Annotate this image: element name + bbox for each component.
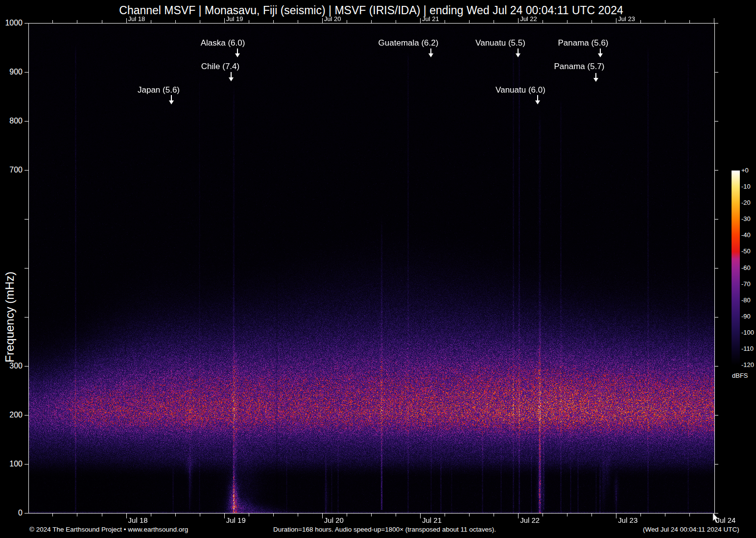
colorbar-tick-label: -20: [741, 199, 751, 206]
x-day-label-bottom: Jul 23: [618, 516, 638, 524]
y-tick: [24, 513, 28, 514]
x-tick-bottom: [591, 514, 592, 516]
x-day-label-top: Jul 22: [520, 15, 537, 23]
y-tick: [24, 317, 28, 318]
x-tick-top: [591, 20, 592, 23]
x-tick-bottom: [469, 514, 470, 516]
colorbar-tick-label: -10: [741, 183, 751, 190]
x-tick-top: [616, 18, 616, 23]
colorbar-gradient: [732, 171, 740, 365]
x-day-label-bottom: Jul 18: [128, 516, 148, 524]
x-tick-top: [126, 18, 127, 23]
event-annotation: Panama (5.6): [558, 38, 609, 48]
footer-duration: Duration=168 hours. Audio speed-up=1800×…: [273, 526, 496, 533]
x-tick-top: [445, 20, 445, 23]
x-tick-bottom: [347, 514, 347, 516]
x-tick-bottom: [689, 514, 690, 516]
y-tick-label: 700: [2, 166, 23, 174]
event-annotation: Japan (5.6): [138, 85, 180, 95]
x-tick-top: [298, 20, 298, 23]
event-arrow-head: [535, 100, 540, 104]
spectrogram-page: Channel MSVF | Monasavu, Fiji (seismic) …: [0, 0, 756, 538]
event-arrow-head: [428, 53, 433, 57]
y-tick: [24, 415, 28, 416]
x-tick-top: [567, 20, 567, 23]
x-tick-bottom: [249, 514, 249, 516]
x-day-label-bottom: Jul 22: [520, 516, 540, 524]
x-tick-bottom: [420, 514, 421, 518]
x-day-label-top: Jul 18: [128, 15, 145, 23]
x-tick-top: [102, 20, 102, 23]
colorbar-unit-label: dBFS: [732, 372, 748, 379]
x-day-label-bottom: Jul 21: [422, 516, 442, 524]
y-axis-label: Frequency (mHz): [3, 234, 17, 400]
y-tick-label: 100: [2, 460, 23, 468]
x-tick-bottom: [151, 514, 151, 516]
colorbar-tick-label: +0: [741, 167, 749, 174]
colorbar-tick-label: -80: [741, 296, 751, 304]
y-tick: [24, 23, 28, 24]
x-tick-top: [420, 18, 421, 23]
x-day-label-bottom: Jul 20: [324, 516, 344, 524]
x-day-label-top: Jul 21: [422, 15, 439, 23]
plot-border-bottom: [28, 513, 715, 514]
x-tick-top: [224, 18, 225, 23]
x-tick-bottom: [273, 514, 274, 516]
event-arrow-head: [516, 53, 520, 57]
x-tick-top: [543, 20, 543, 23]
spectrogram-canvas: [28, 23, 714, 513]
x-tick-top: [175, 20, 176, 23]
y-tick-label: 1000: [2, 19, 23, 27]
x-tick-bottom: [52, 514, 53, 516]
footer-timestamp: (Wed Jul 24 00:04:11 2024 UTC): [643, 526, 739, 533]
colorbar-tick-label: -70: [741, 280, 751, 288]
event-arrow-head: [235, 53, 240, 57]
y-tick-right: [714, 317, 718, 318]
x-tick-bottom: [518, 514, 519, 518]
colorbar-tick-label: -90: [741, 313, 751, 320]
x-tick-bottom: [665, 514, 665, 516]
colorbar-tick-label: -110: [741, 345, 754, 352]
colorbar-tick-label: -120: [741, 361, 754, 368]
y-tick-right: [714, 219, 718, 220]
event-annotation: Alaska (6.0): [201, 38, 245, 48]
y-tick: [24, 219, 28, 220]
y-tick-label: 900: [2, 68, 23, 76]
x-tick-bottom: [371, 514, 372, 516]
x-tick-bottom: [77, 514, 77, 516]
y-tick-label: 200: [2, 411, 23, 419]
y-tick-label: 0: [2, 509, 23, 517]
x-day-label-top: Jul 20: [324, 15, 341, 23]
x-tick-top: [347, 20, 347, 23]
x-tick-top: [77, 20, 77, 23]
x-tick-bottom: [298, 514, 298, 516]
x-tick-bottom: [322, 514, 323, 518]
colorbar-tick-label: -40: [741, 231, 751, 239]
x-day-label-top: Jul 23: [618, 15, 635, 23]
event-arrow-head: [593, 78, 598, 82]
y-tick-right: [714, 415, 718, 416]
x-tick-top: [469, 20, 470, 23]
event-annotation: Vanuatu (5.5): [475, 38, 525, 48]
x-tick-bottom: [567, 514, 567, 516]
x-tick-top: [249, 20, 249, 23]
x-tick-top: [52, 20, 53, 23]
x-tick-top: [371, 20, 372, 23]
plot-border-top: [28, 23, 715, 24]
y-tick-right: [714, 366, 718, 367]
y-tick: [24, 366, 28, 367]
x-day-label-bottom: Jul 24: [716, 516, 735, 524]
x-tick-top: [322, 18, 323, 23]
event-arrow-head: [229, 77, 234, 81]
x-tick-top: [640, 20, 641, 23]
y-tick: [24, 464, 28, 465]
y-tick-right: [714, 170, 718, 171]
y-tick-label: 800: [2, 117, 23, 125]
x-tick-bottom: [445, 514, 445, 516]
colorbar-tick-label: -30: [741, 215, 751, 222]
event-annotation: Panama (5.7): [554, 62, 605, 72]
event-annotation: Guatemala (6.2): [378, 38, 439, 48]
x-tick-bottom: [175, 514, 176, 516]
event-annotation: Vanuatu (6.0): [496, 85, 545, 95]
y-tick-right: [714, 513, 718, 514]
